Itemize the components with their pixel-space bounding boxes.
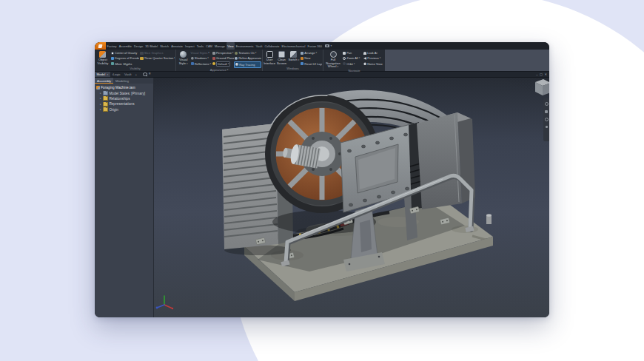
lighting-style-dropdown[interactable]: Default ▾ xyxy=(212,61,234,67)
folder-icon xyxy=(103,102,108,107)
search-icon[interactable] xyxy=(143,72,147,77)
user-interface-icon xyxy=(266,51,273,58)
shadows-icon xyxy=(191,57,194,60)
orbit-icon xyxy=(343,62,346,65)
generator-model-scene xyxy=(154,78,549,317)
ray-tracing-button[interactable]: Ray Tracing xyxy=(234,61,261,68)
refine-appearance-button[interactable]: Refine Appearance xyxy=(234,55,261,61)
document-window-controls: – ▢ ✕ xyxy=(536,72,549,77)
degrees-of-freedom-icon xyxy=(111,57,114,60)
tree-item-representations[interactable]: ▸ Representations xyxy=(96,101,152,107)
browser-menu-icon[interactable]: ≡ xyxy=(149,72,151,76)
center-of-gravity-button[interactable]: Center of Gravity xyxy=(110,50,140,55)
three-quarter-section-view-button[interactable]: Three Quarter Section View ▾ xyxy=(139,55,175,61)
visual-style-sphere-icon xyxy=(180,51,187,58)
visual-style-button[interactable]: Visual Style ▾ xyxy=(177,50,190,68)
full-navigation-wheel-button[interactable]: Full Navigation Wheel ▾ xyxy=(324,50,342,69)
orbit-icon[interactable] xyxy=(546,126,548,128)
tab-design[interactable]: Design xyxy=(133,42,144,50)
arrange-icon xyxy=(301,52,303,55)
close-icon[interactable]: ✕ xyxy=(107,73,109,76)
tab-electromechanical[interactable]: Electromechanical xyxy=(281,42,306,50)
pan-hand-icon[interactable] xyxy=(545,110,548,113)
tab-view[interactable]: View xyxy=(227,42,235,50)
reflections-button[interactable]: Reflections ▾ xyxy=(190,61,212,67)
restore-button[interactable]: ▢ xyxy=(540,72,543,76)
tree-item-relationships[interactable]: ▸ Relationships xyxy=(96,96,152,101)
clean-screen-button[interactable]: Clean Screen xyxy=(275,50,287,67)
screenshot-camera-button[interactable]: ▾ xyxy=(325,42,332,50)
tab-fusion-360[interactable]: Fusion 360 xyxy=(306,42,323,50)
tree-item-origin[interactable]: ▸ Origin xyxy=(96,107,152,112)
panel-label-visibility: Visibility xyxy=(95,67,175,71)
expand-arrow-icon[interactable]: ▸ xyxy=(100,108,102,111)
panel-appearance: Visual Style ▾ Visual Styles ▾ Shadows ▾ xyxy=(176,50,263,71)
tab-factory[interactable]: Factory xyxy=(106,42,118,50)
folder-icon xyxy=(103,96,108,101)
slice-graphics-icon xyxy=(140,52,143,55)
minimize-button[interactable]: – xyxy=(536,72,537,76)
expand-arrow-icon[interactable]: ▸ xyxy=(100,92,102,95)
tab-collaborate[interactable]: Collaborate xyxy=(264,42,281,50)
tab-manage[interactable]: Manage xyxy=(213,42,226,50)
tab-vault[interactable]: Vault xyxy=(255,42,264,50)
switch-windows-button[interactable]: Switch ▾ xyxy=(288,50,300,67)
tab-sketch[interactable]: Sketch xyxy=(159,42,170,50)
navigation-bar[interactable] xyxy=(543,98,549,141)
chevron-down-icon: ▾ xyxy=(255,52,257,54)
new-window-icon xyxy=(301,57,303,60)
chevron-down-icon: ▾ xyxy=(359,57,360,59)
3d-viewport[interactable] xyxy=(154,78,549,317)
assembly-icon xyxy=(96,86,100,90)
ray-tracing-icon xyxy=(235,63,238,66)
zoom-all-button[interactable]: Zoom All ▾ xyxy=(342,55,363,61)
tab-cam[interactable]: CAM xyxy=(204,42,213,50)
add-pane-button[interactable]: + xyxy=(133,72,139,77)
tab-3d-model[interactable]: 3D Model xyxy=(144,42,159,50)
reset-ui-layout-button[interactable]: Reset UI Layout xyxy=(300,61,322,67)
panel-label-windows: Windows xyxy=(263,67,323,71)
folder-icon xyxy=(103,107,108,112)
expand-arrow-icon[interactable]: ▸ xyxy=(100,97,102,100)
lightbulb-icon xyxy=(212,62,215,65)
ground-plane-button[interactable]: Ground Plane ▾ xyxy=(212,55,234,61)
imate-glyphs-button[interactable]: iMate Glyphs xyxy=(110,61,140,67)
pane-tab-model[interactable]: Model ✕ xyxy=(95,72,110,77)
chevron-down-icon: ▾ xyxy=(354,63,355,65)
arrange-button[interactable]: Arrange ▾ xyxy=(300,50,322,55)
file-menu-button[interactable] xyxy=(95,42,106,50)
orbit-button[interactable]: Orbit ▾ xyxy=(342,61,363,67)
tab-environments[interactable]: Environments xyxy=(235,42,255,50)
imate-glyphs-icon xyxy=(111,62,114,65)
tab-tools[interactable]: Tools xyxy=(195,42,204,50)
tree-item-model-states[interactable]: ▸ Model States: [Primary] xyxy=(96,90,152,95)
tab-assemble[interactable]: Assemble xyxy=(118,42,133,50)
visual-styles-button: Visual Styles ▾ xyxy=(190,50,212,55)
pane-tab-vault[interactable]: Vault xyxy=(122,72,133,77)
zoom-magnifier-icon[interactable] xyxy=(545,118,549,121)
textures-on-button[interactable]: Textures On ▾ xyxy=(234,50,261,55)
close-button[interactable]: ✕ xyxy=(544,72,547,76)
view-cube[interactable] xyxy=(535,79,549,95)
user-interface-button[interactable]: User Interface xyxy=(264,50,275,67)
tree-root-assembly[interactable]: Foraging Machine.iam xyxy=(96,85,152,90)
pane-tab-ilogic[interactable]: iLogic xyxy=(110,72,122,77)
subtab-assembly[interactable]: Assembly xyxy=(95,78,113,84)
subtab-modeling[interactable]: Modeling xyxy=(113,78,131,84)
object-visibility-button[interactable]: Object Visibility xyxy=(95,50,110,67)
pan-button[interactable]: Pan xyxy=(342,50,363,55)
expand-arrow-icon[interactable]: ▸ xyxy=(100,103,102,106)
tab-annotate[interactable]: Annotate xyxy=(170,42,184,50)
refine-appearance-icon xyxy=(235,57,238,60)
tab-inspect[interactable]: Inspect xyxy=(184,42,195,50)
degrees-of-freedom-button[interactable]: Degrees of Freedom xyxy=(110,55,140,61)
home-view-button[interactable]: Home View xyxy=(363,61,384,67)
new-window-button[interactable]: New xyxy=(300,55,322,61)
navigation-wheel-icon[interactable] xyxy=(545,102,549,106)
look-at-button[interactable]: Look At xyxy=(363,50,384,55)
shadows-button[interactable]: Shadows ▾ xyxy=(190,55,212,61)
chevron-down-icon: ▾ xyxy=(208,52,209,54)
perspective-button[interactable]: Perspective ▾ xyxy=(212,50,234,55)
previous-view-button[interactable]: Previous ▾ xyxy=(363,55,384,61)
browser-tree: Foraging Machine.iam ▸ Model States: [Pr… xyxy=(95,84,153,112)
